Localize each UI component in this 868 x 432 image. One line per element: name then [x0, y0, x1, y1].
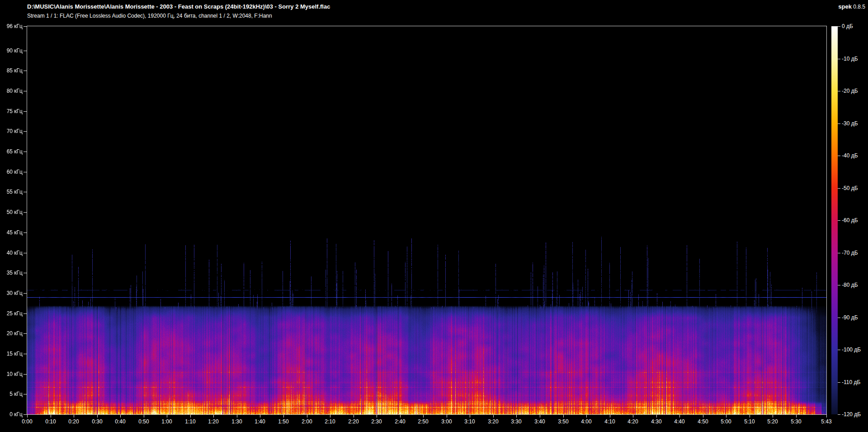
freq-label: 40 кГц — [2, 250, 23, 256]
app-name: spek — [838, 3, 852, 10]
freq-tick — [24, 293, 27, 294]
freq-label: 90 кГц — [2, 47, 23, 54]
time-label: 4:30 — [646, 418, 666, 425]
legend-gradient-bar — [831, 26, 838, 414]
time-label: 0:40 — [110, 418, 130, 425]
plot-area — [27, 26, 826, 414]
time-tick — [97, 415, 98, 418]
time-label: 4:40 — [670, 418, 689, 425]
freq-tick — [24, 394, 27, 394]
freq-label: 70 кГц — [2, 128, 23, 134]
time-label: 5:10 — [740, 418, 760, 425]
time-label: 0:30 — [87, 418, 107, 425]
time-label: 5:20 — [763, 418, 783, 425]
db-tick — [838, 253, 840, 253]
time-tick — [703, 415, 703, 418]
time-tick — [190, 415, 191, 418]
time-label: 0:20 — [64, 418, 84, 425]
spek-window: D:\MUSIC\Alanis Morissette\Alanis Moriss… — [0, 0, 868, 432]
app-version: 0.8.5 — [853, 4, 865, 10]
db-label: 0 дБ — [842, 23, 853, 29]
freq-tick — [24, 111, 27, 112]
time-label: 3:10 — [460, 418, 480, 425]
time-tick — [120, 415, 121, 418]
time-tick — [656, 415, 657, 418]
time-tick — [354, 415, 354, 418]
freq-tick — [24, 192, 27, 192]
db-tick — [838, 318, 840, 318]
time-tick — [750, 415, 750, 418]
time-label: 2:50 — [413, 418, 433, 425]
db-label: -50 дБ — [842, 185, 858, 191]
time-label: 1:20 — [203, 418, 223, 425]
freq-label: 20 кГц — [2, 330, 23, 337]
time-tick — [27, 415, 28, 418]
time-tick — [826, 415, 827, 418]
db-label: -110 дБ — [842, 379, 860, 385]
freq-tick — [24, 26, 27, 27]
time-tick — [260, 415, 260, 418]
time-tick — [563, 415, 564, 418]
freq-label: 50 кГц — [2, 209, 23, 215]
time-tick — [773, 415, 773, 418]
db-label: -10 дБ — [842, 56, 858, 62]
time-label: 2:40 — [390, 418, 410, 425]
time-label: 5:00 — [716, 418, 736, 425]
db-label: -120 дБ — [842, 411, 861, 418]
time-label: 0:50 — [134, 418, 154, 425]
time-tick — [726, 415, 726, 418]
file-path-title: D:\MUSIC\Alanis Morissette\Alanis Moriss… — [27, 3, 330, 10]
time-label: 4:50 — [693, 418, 713, 425]
time-label: 1:00 — [157, 418, 177, 425]
time-label: 0:10 — [41, 418, 61, 425]
db-label: -80 дБ — [842, 282, 858, 288]
freq-label: 15 кГц — [2, 351, 23, 357]
db-tick — [838, 414, 840, 415]
freq-tick — [24, 414, 27, 415]
db-tick — [838, 59, 840, 59]
stream-info: Stream 1 / 1: FLAC (Free Lossless Audio … — [27, 13, 272, 19]
time-tick — [144, 415, 144, 418]
time-tick — [400, 415, 401, 418]
freq-tick — [24, 253, 27, 253]
time-tick — [540, 415, 540, 418]
freq-tick — [24, 172, 27, 172]
time-tick — [493, 415, 494, 418]
db-label: -30 дБ — [842, 120, 858, 127]
freq-label: 75 кГц — [2, 108, 23, 114]
freq-tick — [24, 374, 27, 375]
time-label: 3:30 — [506, 418, 526, 425]
freq-tick — [24, 152, 27, 152]
freq-tick — [24, 354, 27, 354]
freq-label: 55 кГц — [2, 189, 23, 195]
db-label: -20 дБ — [842, 88, 858, 94]
db-label: -90 дБ — [842, 314, 858, 321]
freq-tick — [24, 313, 27, 314]
time-tick — [283, 415, 284, 418]
freq-label: 45 кГц — [2, 229, 23, 236]
spectrogram-canvas[interactable] — [27, 26, 826, 414]
time-label: 4:10 — [600, 418, 620, 425]
freq-label: 96 кГц — [2, 23, 23, 29]
db-label: -60 дБ — [842, 217, 858, 223]
db-tick — [838, 350, 840, 350]
db-tick — [838, 188, 840, 189]
time-label: 4:20 — [623, 418, 643, 425]
freq-tick — [24, 273, 27, 273]
time-label: 3:00 — [437, 418, 457, 425]
time-label: 2:20 — [344, 418, 363, 425]
freq-label: 10 кГц — [2, 371, 23, 377]
time-label: 5:30 — [786, 418, 806, 425]
freq-tick — [24, 91, 27, 91]
time-tick — [679, 415, 680, 418]
time-label: 3:50 — [553, 418, 573, 425]
db-tick — [838, 382, 840, 383]
db-tick — [838, 220, 840, 221]
db-label: -100 дБ — [842, 347, 861, 353]
time-label: 2:00 — [297, 418, 317, 425]
freq-tick — [24, 333, 27, 334]
time-label: 0:00 — [17, 418, 37, 425]
db-tick — [838, 91, 840, 91]
time-tick — [330, 415, 330, 418]
freq-label: 65 кГц — [2, 148, 23, 155]
